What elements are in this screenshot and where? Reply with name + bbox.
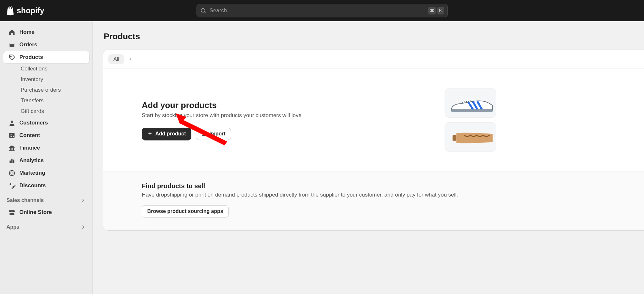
section-label: Apps <box>6 224 19 230</box>
search-input[interactable] <box>210 7 425 14</box>
sidebar-sub-purchase[interactable]: Purchase orders <box>3 85 89 95</box>
orders-icon <box>8 41 15 48</box>
tag-icon <box>8 54 15 61</box>
hero-illustrations <box>445 88 496 152</box>
search-shortcut: ⌘ K <box>428 7 444 14</box>
svg-point-7 <box>10 134 12 135</box>
tab-all[interactable]: All <box>108 54 124 64</box>
sidebar-item-label: Analytics <box>19 157 44 164</box>
search-icon <box>200 7 207 14</box>
sidebar-item-label: Customers <box>19 120 48 126</box>
bars-icon <box>8 157 15 164</box>
tube-icon <box>445 122 496 152</box>
search-bar[interactable]: ⌘ K <box>197 4 448 17</box>
sidebar-item-label: Marketing <box>19 170 45 176</box>
sidebar: Home Orders Products Collections Invento… <box>0 21 93 294</box>
person-icon <box>8 119 15 126</box>
svg-point-30 <box>470 101 471 102</box>
chevron-right-icon <box>80 198 86 203</box>
svg-rect-9 <box>11 159 13 163</box>
sidebar-section-channels[interactable]: Sales channels <box>0 195 92 206</box>
svg-point-0 <box>201 8 205 12</box>
home-icon <box>8 29 15 36</box>
sidebar-sub-giftcards[interactable]: Gift cards <box>3 106 89 116</box>
sidebar-item-onlinestore[interactable]: Online Store <box>3 206 89 218</box>
target-icon <box>8 170 15 177</box>
sidebar-sub-label: Inventory <box>21 76 43 83</box>
svg-point-5 <box>11 121 13 123</box>
sidebar-item-customers[interactable]: Customers <box>3 117 89 129</box>
kbd-k: K <box>437 7 444 14</box>
brand-logo[interactable]: shopify <box>6 5 44 16</box>
import-button[interactable]: Import <box>196 128 231 140</box>
tab-bar: All <box>103 50 644 69</box>
sidebar-item-label: Finance <box>19 145 40 151</box>
svg-rect-8 <box>10 161 11 163</box>
sidebar-item-label: Content <box>19 132 40 139</box>
browse-apps-button[interactable]: Browse product sourcing apps <box>142 205 229 217</box>
find-products-section: Find products to sell Have dropshipping … <box>103 171 644 230</box>
sidebar-sub-label: Transfers <box>21 97 43 104</box>
sidebar-item-analytics[interactable]: Analytics <box>3 154 89 167</box>
sidebar-item-orders[interactable]: Orders <box>3 39 89 51</box>
topbar: shopify ⌘ K <box>0 0 644 21</box>
subhero-text: Have dropshipping or print on demand pro… <box>142 192 625 198</box>
download-icon <box>201 131 207 136</box>
svg-point-26 <box>462 102 463 103</box>
sidebar-sub-collections[interactable]: Collections <box>3 64 89 74</box>
sidebar-sub-transfers[interactable]: Transfers <box>3 96 89 106</box>
empty-state-hero: Add your products Start by stocking your… <box>103 69 644 171</box>
button-label: Browse product sourcing apps <box>147 208 223 214</box>
sidebar-item-label: Products <box>19 54 43 60</box>
sidebar-item-home[interactable]: Home <box>3 26 89 38</box>
store-icon <box>8 209 15 216</box>
section-label: Sales channels <box>6 198 44 203</box>
subhero-title: Find products to sell <box>142 182 625 190</box>
svg-rect-22 <box>451 109 493 112</box>
illustration-tube <box>445 122 496 152</box>
svg-point-29 <box>468 101 469 102</box>
sidebar-item-label: Orders <box>19 41 37 48</box>
sidebar-item-products[interactable]: Products <box>3 51 89 63</box>
add-view-button[interactable] <box>128 56 133 62</box>
svg-point-13 <box>10 183 12 185</box>
chevron-right-icon <box>80 224 86 230</box>
page-title: Products <box>104 32 644 41</box>
hero-buttons: Add product Import <box>142 128 432 140</box>
svg-point-28 <box>466 101 467 102</box>
svg-point-12 <box>11 172 13 174</box>
plus-icon <box>147 131 153 136</box>
main-content: Products All Add your products Start by … <box>93 21 644 294</box>
svg-point-4 <box>10 56 11 57</box>
sidebar-sub-label: Collections <box>21 66 47 72</box>
sidebar-item-label: Discounts <box>19 182 46 189</box>
sidebar-item-discounts[interactable]: Discounts <box>3 179 89 192</box>
brand-text: shopify <box>17 6 44 15</box>
percent-icon <box>8 182 15 189</box>
plus-icon <box>129 56 132 62</box>
bank-icon <box>8 144 15 152</box>
sidebar-item-label: Home <box>19 29 34 35</box>
illustration-sneaker <box>445 88 496 118</box>
sidebar-sub-label: Purchase orders <box>21 87 61 93</box>
sidebar-item-label: Online Store <box>19 209 52 216</box>
sidebar-sub-inventory[interactable]: Inventory <box>3 74 89 85</box>
sidebar-item-content[interactable]: Content <box>3 129 89 142</box>
svg-rect-10 <box>13 160 14 163</box>
add-product-button[interactable]: Add product <box>142 128 191 140</box>
hero-subtitle: Start by stocking your store with produc… <box>142 112 432 119</box>
svg-rect-3 <box>10 43 14 44</box>
button-label: Add product <box>155 131 186 137</box>
svg-point-27 <box>464 102 465 103</box>
svg-rect-31 <box>453 135 457 141</box>
hero-text: Add your products Start by stocking your… <box>142 100 432 140</box>
svg-line-1 <box>204 12 206 13</box>
button-label: Import <box>209 131 226 137</box>
sidebar-item-marketing[interactable]: Marketing <box>3 167 89 179</box>
sneaker-icon <box>445 88 496 118</box>
sidebar-item-finance[interactable]: Finance <box>3 142 89 154</box>
sidebar-section-apps[interactable]: Apps <box>0 222 92 233</box>
sidebar-sub-label: Gift cards <box>21 108 44 115</box>
hero-title: Add your products <box>142 100 432 110</box>
app-body: Home Orders Products Collections Invento… <box>0 21 644 294</box>
